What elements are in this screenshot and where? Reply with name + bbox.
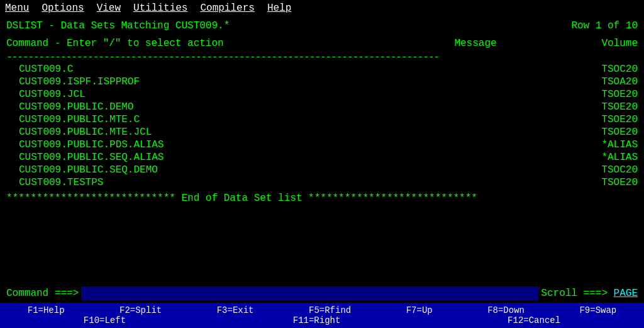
function-key[interactable]: F1=Help: [28, 305, 65, 315]
volume-name: TSOE20: [601, 114, 638, 125]
dataset-name: CUST009.PUBLIC.MTE.JCL: [6, 127, 152, 138]
volume-name: *ALIAS: [601, 139, 638, 150]
scroll-label: Scroll ===>: [541, 288, 608, 299]
volume-name: TSOE20: [601, 127, 638, 138]
table-row: CUST009.PUBLIC.SEQ.ALIAS*ALIAS: [6, 151, 638, 164]
dataset-name: CUST009.PUBLIC.PDS.ALIAS: [6, 139, 164, 150]
dataset-name: CUST009.ISPF.ISPPROF: [6, 76, 140, 88]
volume-name: TSOE20: [601, 177, 638, 188]
dataset-name: CUST009.PUBLIC.SEQ.DEMO: [6, 164, 158, 176]
function-key[interactable]: F10=Left: [84, 315, 126, 325]
menu-item-utilities[interactable]: Utilities: [133, 3, 187, 14]
function-keys: F1=HelpF2=SplitF3=ExitF5=RfindF7=UpF8=Do…: [0, 303, 644, 328]
function-key[interactable]: F7=Up: [406, 305, 433, 315]
function-key[interactable]: F5=Rfind: [309, 305, 351, 315]
title-bar: DSLIST - Data Sets Matching CUST009.* Ro…: [0, 16, 644, 35]
dataset-name: CUST009.PUBLIC.MTE.C: [6, 114, 140, 125]
function-keys-row2: F10=LeftF11=RightF12=Cancel: [6, 315, 638, 325]
command-input-row: Command ===> Scroll ===> PAGE: [0, 284, 644, 303]
table-row: CUST009.TESTPSTSOE20: [6, 176, 638, 189]
function-key[interactable]: F2=Split: [119, 305, 162, 315]
command-description-text: Command - Enter "/" to select action: [6, 38, 224, 49]
function-key[interactable]: F9=Swap: [579, 305, 616, 315]
volume-name: TSOA20: [601, 76, 638, 88]
function-key[interactable]: F3=Exit: [217, 305, 254, 315]
title-left: DSLIST - Data Sets Matching CUST009.*: [6, 20, 230, 31]
table-row: CUST009.PUBLIC.MTE.CTSOE20: [6, 113, 638, 126]
table-row: CUST009.PUBLIC.PDS.ALIAS*ALIAS: [6, 139, 638, 151]
menu-item-view[interactable]: View: [97, 3, 121, 14]
dataset-name: CUST009.PUBLIC.SEQ.ALIAS: [6, 152, 164, 163]
volume-column-header: Volume: [601, 38, 638, 49]
table-row: CUST009.ISPF.ISPPROFTSOA20: [6, 76, 638, 88]
command-input[interactable]: [81, 286, 538, 300]
menu-item-compilers[interactable]: Compilers: [200, 3, 254, 14]
function-key[interactable]: F8=Down: [487, 305, 525, 315]
volume-name: *ALIAS: [601, 152, 638, 163]
table-row: CUST009.PUBLIC.DEMOTSOE20: [6, 101, 638, 113]
command-description: Command - Enter "/" to select action Mes…: [0, 35, 644, 52]
menu-bar: Menu Options View Utilities Compilers He…: [0, 0, 644, 16]
table-row: CUST009.PUBLIC.SEQ.DEMOTSOC20: [6, 164, 638, 176]
title-right: Row 1 of 10: [571, 20, 638, 31]
dataset-list: CUST009.CTSOC20CUST009.ISPF.ISPPROFTSOA2…: [0, 63, 644, 189]
end-of-list: **************************** End of Data…: [0, 190, 644, 206]
volume-name: TSOE20: [601, 89, 638, 100]
dataset-name: CUST009.TESTPS: [6, 177, 103, 188]
table-row: CUST009.JCLTSOE20: [6, 88, 638, 101]
separator-line: ----------------------------------------…: [0, 52, 644, 63]
dataset-name: CUST009.JCL: [6, 89, 86, 100]
message-column-header: Message: [350, 38, 602, 49]
volume-name: TSOC20: [601, 64, 638, 75]
bottom-area: Command ===> Scroll ===> PAGE F1=HelpF2=…: [0, 284, 644, 328]
dataset-name: CUST009.PUBLIC.DEMO: [6, 101, 133, 113]
volume-name: TSOC20: [601, 164, 638, 176]
dataset-name: CUST009.C: [6, 64, 73, 75]
menu-item-options[interactable]: Options: [42, 3, 84, 14]
table-row: CUST009.CTSOC20: [6, 63, 638, 76]
scroll-value: PAGE: [614, 288, 638, 299]
function-key[interactable]: F12=Cancel: [508, 315, 560, 325]
function-keys-row1: F1=HelpF2=SplitF3=ExitF5=RfindF7=UpF8=Do…: [6, 305, 638, 315]
command-prompt: Command ===>: [6, 288, 79, 299]
table-row: CUST009.PUBLIC.MTE.JCLTSOE20: [6, 126, 638, 139]
menu-item-help[interactable]: Help: [267, 3, 291, 14]
menu-item-menu[interactable]: Menu: [5, 3, 29, 14]
function-key[interactable]: F11=Right: [293, 315, 341, 325]
volume-name: TSOE20: [601, 101, 638, 113]
